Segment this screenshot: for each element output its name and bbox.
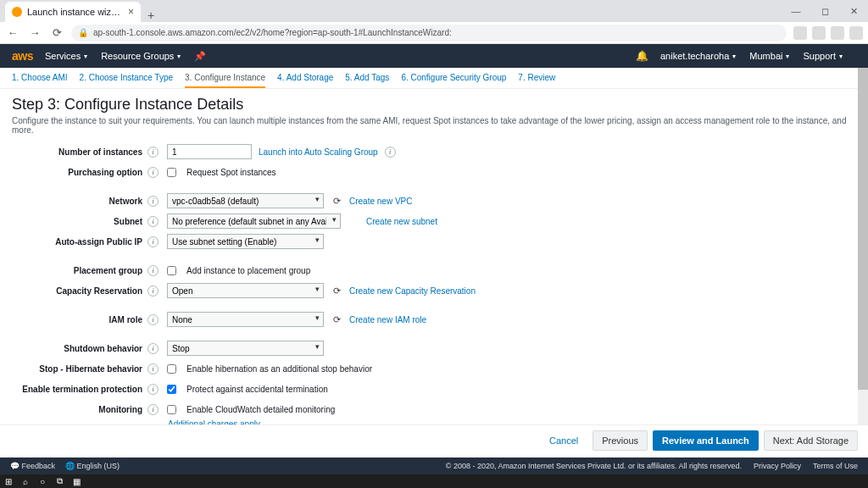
- pin-icon[interactable]: 📌: [194, 51, 206, 62]
- url-text: ap-south-1.console.aws.amazon.com/ec2/v2…: [93, 28, 452, 37]
- browser-address-bar: ← → ⟳ 🔒 ap-south-1.console.aws.amazon.co…: [0, 22, 868, 44]
- create-subnet-link[interactable]: Create new subnet: [366, 217, 437, 226]
- start-icon[interactable]: ⊞: [3, 476, 14, 486]
- close-icon[interactable]: ×: [128, 6, 134, 18]
- url-input[interactable]: 🔒 ap-south-1.console.aws.amazon.com/ec2/…: [71, 25, 787, 42]
- info-icon[interactable]: i: [147, 384, 159, 395]
- forward-icon[interactable]: →: [27, 26, 42, 39]
- extension-icon[interactable]: [793, 26, 807, 40]
- reload-icon[interactable]: ⟳: [49, 26, 64, 39]
- num-instances-input[interactable]: [167, 144, 252, 159]
- info-icon[interactable]: i: [147, 167, 159, 178]
- spot-checkbox[interactable]: [167, 168, 176, 177]
- browser-tab-bar: Launch instance wizard | EC2 Ma × + — ◻ …: [0, 0, 868, 22]
- nav-region[interactable]: Mumbai▾: [749, 51, 789, 61]
- language-link[interactable]: 🌐 English (US): [65, 462, 120, 470]
- copyright-text: © 2008 - 2020, Amazon Internet Services …: [446, 462, 742, 470]
- aws-logo[interactable]: aws: [12, 49, 33, 63]
- wizard-tab-4[interactable]: 4. Add Storage: [277, 73, 333, 88]
- wizard-tab-6[interactable]: 6. Configure Security Group: [401, 73, 506, 88]
- placement-label: Add instance to placement group: [186, 266, 310, 275]
- next-button[interactable]: Next: Add Storage: [764, 430, 858, 451]
- tab-favicon: [12, 7, 22, 17]
- info-icon[interactable]: i: [147, 404, 159, 415]
- aws-top-nav: aws Services▾ Resource Groups▾ 📌 🔔 anike…: [0, 44, 868, 68]
- nav-support[interactable]: Support▾: [803, 51, 843, 61]
- taskview-icon[interactable]: ⧉: [54, 476, 64, 486]
- lock-icon: 🔒: [78, 28, 88, 37]
- windows-taskbar: ⊞ ⌕ ○ ⧉ ▦: [0, 474, 868, 488]
- info-icon[interactable]: i: [147, 343, 159, 354]
- auto-ip-select[interactable]: Use subnet setting (Enable): [167, 234, 324, 249]
- wizard-tab-5[interactable]: 5. Add Tags: [345, 73, 389, 88]
- monitoring-checkbox[interactable]: [167, 405, 176, 414]
- termination-label: Protect against accidental termination: [186, 385, 328, 394]
- spot-label: Request Spot instances: [186, 168, 276, 177]
- refresh-icon[interactable]: ⟳: [331, 285, 342, 297]
- window-maximize[interactable]: ◻: [810, 0, 839, 22]
- browser-tab[interactable]: Launch instance wizard | EC2 Ma ×: [5, 2, 141, 22]
- extension-icon[interactable]: [831, 26, 844, 40]
- capacity-select[interactable]: Open: [167, 283, 324, 298]
- bell-icon[interactable]: 🔔: [636, 50, 648, 62]
- scrollbar-thumb[interactable]: [858, 68, 868, 390]
- subnet-select[interactable]: No preference (default subnet in any Ava…: [167, 214, 341, 229]
- wizard-tab-2[interactable]: 2. Choose Instance Type: [80, 73, 173, 88]
- nav-resource-groups[interactable]: Resource Groups▾: [101, 51, 181, 61]
- nav-services[interactable]: Services▾: [45, 51, 87, 61]
- label-placement: Placement group: [12, 266, 147, 275]
- new-tab-button[interactable]: +: [141, 8, 161, 22]
- wizard-tab-1[interactable]: 1. Choose AMI: [12, 73, 68, 88]
- network-select[interactable]: vpc-c0adb5a8 (default): [167, 193, 324, 208]
- info-icon[interactable]: i: [147, 236, 159, 247]
- auto-scaling-link[interactable]: Launch into Auto Scaling Group: [259, 147, 378, 157]
- label-network: Network: [12, 197, 147, 206]
- iam-select[interactable]: None: [167, 312, 324, 327]
- app-icon[interactable]: ▦: [71, 476, 81, 486]
- placement-checkbox[interactable]: [167, 266, 176, 275]
- info-icon[interactable]: i: [147, 216, 159, 227]
- cancel-button[interactable]: Cancel: [540, 430, 587, 451]
- avatar-icon[interactable]: [849, 26, 863, 40]
- info-icon[interactable]: i: [147, 147, 159, 158]
- info-icon[interactable]: i: [147, 286, 159, 297]
- info-icon[interactable]: i: [147, 363, 159, 374]
- label-termination: Enable termination protection: [12, 385, 147, 394]
- wizard-tab-3[interactable]: 3. Configure Instance: [185, 73, 265, 88]
- page-title: Step 3: Configure Instance Details: [12, 96, 856, 114]
- info-icon[interactable]: i: [385, 147, 396, 158]
- tab-title: Launch instance wizard | EC2 Ma: [27, 7, 123, 17]
- nav-user[interactable]: aniket.techaroha▾: [660, 51, 736, 61]
- terms-link[interactable]: Terms of Use: [813, 462, 858, 470]
- label-subnet: Subnet: [12, 217, 147, 226]
- create-iam-link[interactable]: Create new IAM role: [349, 315, 426, 324]
- aws-footer: 💬 Feedback 🌐 English (US) © 2008 - 2020,…: [0, 458, 868, 474]
- refresh-icon[interactable]: ⟳: [331, 195, 342, 207]
- privacy-link[interactable]: Privacy Policy: [754, 462, 801, 470]
- window-minimize[interactable]: —: [782, 0, 810, 22]
- review-launch-button[interactable]: Review and Launch: [653, 430, 759, 451]
- scrollbar[interactable]: [858, 68, 868, 437]
- label-auto-ip: Auto-assign Public IP: [12, 237, 147, 247]
- hibernate-checkbox[interactable]: [167, 364, 176, 374]
- previous-button[interactable]: Previous: [593, 430, 648, 451]
- hibernate-label: Enable hibernation as an additional stop…: [186, 364, 372, 374]
- create-capacity-link[interactable]: Create new Capacity Reservation: [349, 286, 476, 296]
- termination-checkbox[interactable]: [167, 385, 176, 394]
- label-monitoring: Monitoring: [12, 405, 147, 414]
- shutdown-select[interactable]: Stop: [167, 341, 324, 356]
- info-icon[interactable]: i: [147, 265, 159, 276]
- info-icon[interactable]: i: [147, 196, 159, 207]
- refresh-icon[interactable]: ⟳: [331, 313, 342, 325]
- page-description: Configure the instance to suit your requ…: [12, 116, 856, 135]
- window-close[interactable]: ✕: [839, 0, 868, 22]
- search-icon[interactable]: ⌕: [20, 476, 31, 486]
- create-vpc-link[interactable]: Create new VPC: [349, 197, 412, 206]
- feedback-link[interactable]: 💬 Feedback: [10, 462, 55, 470]
- extension-icon[interactable]: [812, 26, 826, 40]
- main-content: Step 3: Configure Instance Details Confi…: [0, 89, 868, 455]
- back-icon[interactable]: ←: [5, 26, 20, 39]
- cortana-icon[interactable]: ○: [37, 476, 47, 486]
- wizard-tab-7[interactable]: 7. Review: [518, 73, 555, 88]
- info-icon[interactable]: i: [147, 314, 159, 325]
